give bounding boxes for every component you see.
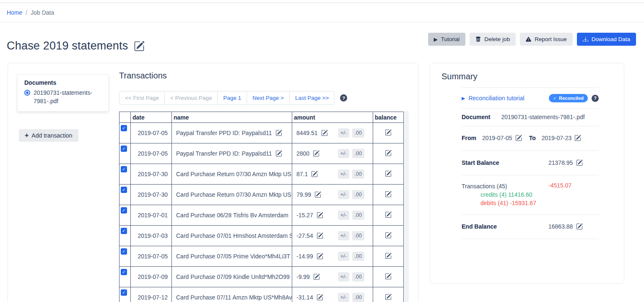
edit-balance-icon[interactable]: [385, 253, 392, 259]
row-checkbox[interactable]: ✓: [121, 166, 127, 172]
edit-balance-icon[interactable]: [385, 170, 392, 177]
toggle-sign-button[interactable]: +/-: [338, 128, 349, 138]
table-row: ✓ 2019-07-12 Card Purchase 07/11 Amzn Mk…: [119, 287, 404, 302]
toggle-sign-button[interactable]: +/-: [338, 272, 349, 281]
edit-amount-icon[interactable]: [313, 273, 320, 280]
transaction-name-cell: Card Purchase 07/09 Kindle Unltd*Mh2O99: [172, 267, 292, 287]
edit-balance-icon[interactable]: [385, 273, 392, 280]
row-select-cell: ✓: [119, 267, 131, 287]
add-cents-button[interactable]: .00: [352, 293, 364, 302]
play-icon: ▶: [462, 96, 465, 101]
document-list-item[interactable]: 20190731-statements-7981-.pdf: [24, 89, 103, 105]
transaction-name-cell: Card Purchase Return 07/30 Amzn Mktp US: [172, 185, 292, 205]
transaction-balance-cell: [373, 246, 404, 267]
table-scrollbar[interactable]: [404, 111, 409, 302]
previous-page-button[interactable]: < Previous Page: [164, 91, 217, 104]
edit-amount-icon[interactable]: [321, 130, 328, 136]
balance-column-header: balance: [373, 112, 404, 123]
edit-amount-icon[interactable]: [311, 171, 318, 177]
breadcrumb-home-link[interactable]: Home: [7, 9, 22, 16]
toggle-sign-button[interactable]: +/-: [338, 211, 349, 220]
transaction-date: 2019-07-03: [131, 226, 172, 246]
pagination: << First Page < Previous Page Page 1 Nex…: [119, 91, 335, 105]
edit-balance-icon[interactable]: [385, 294, 392, 300]
edit-amount-icon[interactable]: [317, 232, 323, 239]
transactions-count-label: Transactions (45): [462, 183, 507, 190]
row-checkbox[interactable]: ✓: [121, 207, 127, 213]
transaction-amount: -14.99: [296, 253, 313, 260]
edit-start-balance-icon[interactable]: [576, 159, 583, 166]
row-checkbox[interactable]: ✓: [121, 146, 127, 152]
row-checkbox[interactable]: ✓: [121, 248, 127, 255]
table-row: ✓ 2019-07-09 Card Purchase 07/09 Kindle …: [119, 267, 404, 287]
add-cents-button[interactable]: .00: [352, 169, 364, 179]
transaction-amount: 8449.51: [296, 130, 318, 136]
edit-amount-icon[interactable]: [317, 253, 323, 260]
edit-name-icon[interactable]: [275, 130, 282, 136]
reconciliation-help-icon[interactable]: ?: [592, 95, 599, 102]
radio-selected-icon[interactable]: [24, 90, 30, 96]
table-row: ✓ 2019-07-03 Card Purchase 07/01 Hmshost…: [119, 226, 404, 246]
summary-list: ▶ Reconciliation tutorial ✓ Reconciled ?…: [462, 87, 599, 239]
transaction-balance-cell: [373, 205, 404, 226]
row-select-cell: ✓: [119, 287, 131, 302]
end-balance-row: End Balance 16863.88: [462, 214, 599, 239]
edit-amount-icon[interactable]: [314, 191, 321, 198]
edit-name-icon[interactable]: [275, 150, 282, 157]
add-cents-button[interactable]: .00: [352, 190, 364, 199]
tutorial-button[interactable]: ▶ Tutorial: [428, 33, 466, 46]
row-checkbox[interactable]: ✓: [121, 269, 127, 275]
edit-balance-icon[interactable]: [385, 211, 392, 218]
row-checkbox[interactable]: ✓: [121, 289, 127, 296]
checkmark-icon: ✓: [122, 167, 126, 172]
transaction-date: 2019-07-05: [131, 246, 172, 267]
edit-from-date-icon[interactable]: [515, 135, 522, 141]
toggle-sign-button[interactable]: +/-: [338, 231, 349, 240]
edit-end-balance-icon[interactable]: [576, 223, 583, 230]
toggle-sign-button[interactable]: +/-: [338, 293, 349, 302]
reconciliation-tutorial-link[interactable]: ▶ Reconciliation tutorial: [462, 95, 525, 102]
select-column-header: [119, 112, 131, 123]
row-select-cell: ✓: [119, 164, 131, 185]
page: Home / Job Data Chase 2019 statements ▶ …: [0, 0, 644, 302]
current-page-button[interactable]: Page 1: [217, 91, 247, 104]
toggle-sign-button[interactable]: +/-: [338, 252, 349, 261]
add-cents-button[interactable]: .00: [352, 149, 364, 158]
row-select-cell: ✓: [119, 143, 131, 164]
edit-amount-icon[interactable]: [313, 150, 319, 157]
add-transaction-button[interactable]: + Add transaction: [19, 129, 78, 142]
breadcrumb-current: Job Data: [31, 9, 54, 16]
edit-to-date-icon[interactable]: [574, 135, 581, 141]
transaction-balance-cell: [373, 226, 404, 246]
edit-balance-icon[interactable]: [385, 232, 392, 239]
transactions-help-icon[interactable]: ?: [340, 94, 347, 102]
transaction-name: Paypal Transfer PPD ID: Paypalsd11: [176, 130, 272, 136]
row-checkbox[interactable]: ✓: [121, 228, 127, 234]
download-data-button[interactable]: Download Data: [577, 33, 636, 46]
delete-job-button[interactable]: Delete job: [470, 33, 516, 46]
row-checkbox[interactable]: ✓: [121, 125, 127, 131]
toggle-sign-button[interactable]: +/-: [338, 190, 349, 199]
edit-amount-icon[interactable]: [317, 212, 323, 219]
next-page-button[interactable]: Next Page >: [247, 91, 289, 104]
toggle-sign-button[interactable]: +/-: [338, 149, 349, 158]
add-cents-button[interactable]: .00: [352, 252, 364, 261]
edit-balance-icon[interactable]: [385, 150, 392, 156]
edit-balance-icon[interactable]: [385, 191, 392, 198]
first-page-button[interactable]: << First Page: [119, 91, 164, 104]
edit-balance-icon[interactable]: [385, 129, 392, 136]
documents-panel: Documents 20190731-statements-7981-.pdf: [17, 74, 109, 112]
to-date-value: 2019-07-23: [542, 135, 572, 141]
row-checkbox[interactable]: ✓: [121, 187, 127, 193]
add-cents-button[interactable]: .00: [352, 128, 364, 138]
table-row: ✓ 2019-07-01 Card Purchase 06/28 Tisfris…: [119, 205, 404, 226]
edit-amount-icon[interactable]: [317, 294, 323, 301]
report-issue-button[interactable]: Report Issue: [520, 33, 573, 46]
add-cents-button[interactable]: .00: [352, 272, 364, 281]
edit-title-icon[interactable]: [134, 41, 145, 52]
add-cents-button[interactable]: .00: [352, 211, 364, 220]
summary-document-row: Document 20190731-statements-7981-.pdf: [462, 108, 599, 126]
add-cents-button[interactable]: .00: [352, 231, 364, 240]
toggle-sign-button[interactable]: +/-: [338, 169, 349, 179]
last-page-button[interactable]: Last Page >>: [289, 91, 334, 104]
